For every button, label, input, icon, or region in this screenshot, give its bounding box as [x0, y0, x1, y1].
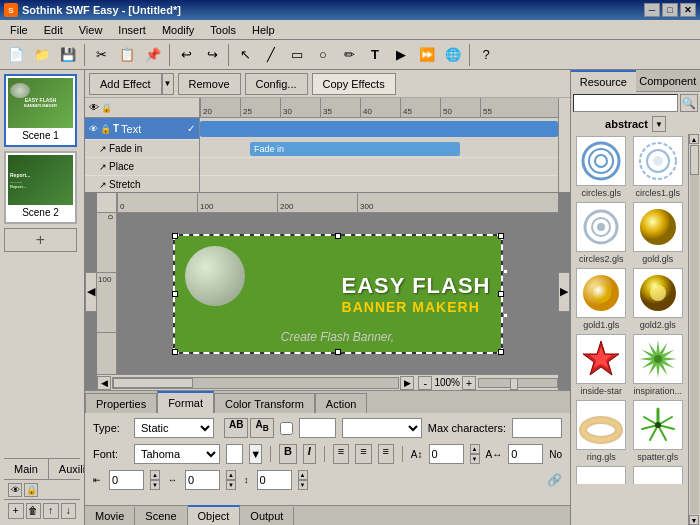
font-select[interactable]: Tahoma: [134, 444, 220, 464]
resource-scroll-down[interactable]: ▼: [689, 515, 699, 525]
resource-inspiration[interactable]: inspiration...: [633, 334, 683, 396]
indent-input[interactable]: [109, 470, 144, 490]
paste-button[interactable]: 📌: [141, 43, 165, 67]
zoom-thumb[interactable]: [510, 378, 518, 390]
font-scale-input[interactable]: [508, 444, 543, 464]
eye-toggle[interactable]: 👁: [8, 483, 22, 497]
canvas-h-thumb[interactable]: [113, 378, 193, 388]
tab-properties[interactable]: Properties: [85, 393, 157, 413]
maximize-button[interactable]: □: [662, 3, 678, 17]
link-button[interactable]: 🔗: [547, 473, 562, 487]
italic-button[interactable]: I: [303, 444, 316, 464]
timeline-scrollbar-v[interactable]: [558, 118, 570, 193]
tab-resource[interactable]: Resource: [571, 70, 636, 92]
resource-ring[interactable]: ring.gls: [576, 400, 626, 462]
spacing-input[interactable]: [185, 470, 220, 490]
rect-tool[interactable]: ▭: [285, 43, 309, 67]
select-tool[interactable]: ↖: [233, 43, 257, 67]
resource-scroll-thumb[interactable]: [690, 145, 699, 175]
move-up-button[interactable]: ↑: [43, 503, 59, 519]
add-effect-button[interactable]: Add Effect: [89, 73, 162, 95]
preview-button[interactable]: ⏩: [415, 43, 439, 67]
tab-color-transform[interactable]: Color Transform: [214, 393, 315, 413]
scene-1-thumb[interactable]: EASY FLASH BANNER MAKER Scene 1: [4, 74, 77, 147]
menu-insert[interactable]: Insert: [110, 20, 154, 39]
menu-modify[interactable]: Modify: [154, 20, 202, 39]
leading-input[interactable]: [257, 470, 292, 490]
config-button[interactable]: Config...: [245, 73, 308, 95]
lock-toggle[interactable]: 🔒: [24, 483, 38, 497]
tab-action[interactable]: Action: [315, 393, 368, 413]
resource-gold1[interactable]: gold1.gls: [576, 268, 626, 330]
resource-inside-star[interactable]: inside-star: [576, 334, 626, 396]
handle-bl[interactable]: [172, 349, 178, 355]
zoom-in-button[interactable]: +: [462, 376, 476, 390]
resource-circles[interactable]: circles.gls: [576, 136, 626, 198]
indent-spinner[interactable]: ▲ ▼: [150, 470, 160, 490]
menu-tools[interactable]: Tools: [202, 20, 244, 39]
pencil-tool[interactable]: ✏: [337, 43, 361, 67]
font-color-swatch[interactable]: [226, 444, 243, 464]
save-button[interactable]: 💾: [56, 43, 80, 67]
collapse-right-button[interactable]: ▶: [558, 272, 570, 312]
timeline-fade-layer[interactable]: ↗ Fade in: [85, 140, 199, 158]
collapse-left-button[interactable]: ◀: [85, 272, 97, 312]
add-scene-button[interactable]: +: [4, 228, 77, 252]
play-button[interactable]: ▶: [389, 43, 413, 67]
redo-button[interactable]: ↪: [200, 43, 224, 67]
category-dropdown[interactable]: ▼: [652, 116, 666, 132]
timeline-text-layer[interactable]: 👁 🔒 T Text ✓: [85, 118, 199, 140]
leading-spinner[interactable]: ▲ ▼: [298, 470, 308, 490]
handle-ml[interactable]: [172, 291, 178, 297]
resource-circles2[interactable]: circles2.gls: [576, 202, 626, 264]
open-button[interactable]: 📁: [30, 43, 54, 67]
search-button[interactable]: 🔍: [680, 94, 698, 112]
canvas-content[interactable]: EASY FLASH BANNER MAKERH Create Flash Ba…: [117, 213, 558, 374]
resource-search-input[interactable]: [573, 94, 678, 112]
handle-br[interactable]: [498, 349, 504, 355]
oval-tool[interactable]: ○: [311, 43, 335, 67]
max-chars-input[interactable]: [512, 418, 562, 438]
font-color-arrow[interactable]: ▼: [249, 444, 262, 464]
copy-button[interactable]: 📋: [115, 43, 139, 67]
spacing-spinner[interactable]: ▲ ▼: [226, 470, 236, 490]
close-button[interactable]: ✕: [680, 3, 696, 17]
help-button[interactable]: ?: [474, 43, 498, 67]
align-right-button[interactable]: ≡: [378, 444, 394, 464]
resource-scroll-up[interactable]: ▲: [689, 134, 699, 144]
bold-button[interactable]: B: [279, 444, 297, 464]
resource-scroll-track[interactable]: [690, 145, 699, 514]
remove-button[interactable]: Remove: [178, 73, 241, 95]
text-tool[interactable]: T: [363, 43, 387, 67]
handle-tc[interactable]: [335, 233, 341, 239]
canvas-h-track[interactable]: [112, 377, 399, 389]
new-button[interactable]: 📄: [4, 43, 28, 67]
menu-help[interactable]: Help: [244, 20, 283, 39]
handle-tl[interactable]: [172, 233, 178, 239]
text-mode-ab[interactable]: AB: [224, 418, 248, 438]
tab-format[interactable]: Format: [157, 391, 214, 413]
menu-view[interactable]: View: [71, 20, 111, 39]
resource-spatter[interactable]: spatter.gls: [633, 400, 683, 462]
cut-button[interactable]: ✂: [89, 43, 113, 67]
handle-bc[interactable]: [335, 349, 341, 355]
timeline-place-layer[interactable]: ↗ Place: [85, 158, 199, 176]
timeline-stretch-layer[interactable]: ↗ Stretch: [85, 176, 199, 193]
text-option-select[interactable]: [342, 418, 422, 438]
scene-2-thumb[interactable]: Report... ........... Report... Scene 2: [4, 151, 77, 224]
font-size-input[interactable]: [429, 444, 464, 464]
tab-object[interactable]: Object: [188, 505, 241, 525]
resource-partial-2[interactable]: [633, 466, 683, 484]
copy-effects-button[interactable]: Copy Effects: [312, 73, 396, 95]
tab-output[interactable]: Output: [240, 507, 294, 525]
menu-file[interactable]: File: [2, 20, 36, 39]
resource-circles1[interactable]: circles1.gls: [633, 136, 683, 198]
main-tab[interactable]: Main: [4, 459, 49, 479]
menu-edit[interactable]: Edit: [36, 20, 71, 39]
text-mode-ab2[interactable]: AB: [250, 418, 273, 438]
align-left-button[interactable]: ≡: [333, 444, 349, 464]
auxiliary-tab[interactable]: Auxiliary: [49, 459, 85, 479]
handle-tr[interactable]: [498, 233, 504, 239]
publish-button[interactable]: 🌐: [441, 43, 465, 67]
text-color-picker[interactable]: [299, 418, 336, 438]
